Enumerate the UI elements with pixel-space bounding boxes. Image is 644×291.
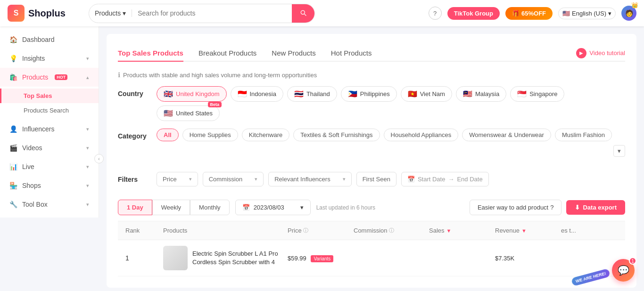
sidebar-item-top-sales[interactable]: Top Sales [0, 89, 99, 103]
products-icon: 🛍️ [9, 73, 17, 81]
period-btn-monthly[interactable]: Monthly [190, 200, 230, 215]
country-btn-th[interactable]: 🇹🇭 Thailand [287, 86, 337, 102]
price-value: $59.99 [288, 255, 306, 262]
live-icon: 📊 [9, 163, 17, 170]
col-revenue[interactable]: Revenue ▼ [495, 227, 561, 234]
first-seen-filter[interactable]: First Seen [356, 172, 396, 186]
sidebar-item-products-search[interactable]: Products Search [0, 103, 99, 118]
products-table: Rank Products Price ⓘ Commission ⓘ Sales… [118, 221, 625, 276]
chevron-down-icon: ▾ [123, 9, 126, 17]
period-btn-1day[interactable]: 1 Day [118, 200, 152, 215]
hot-badge: HOT [55, 74, 67, 80]
sidebar-item-insights[interactable]: 💡 Insights ▾ [0, 49, 99, 68]
help-icon[interactable]: ? [429, 7, 442, 20]
header-actions: ? TikTok Group 🎁 65%OFF 🇺🇸 English (US) … [429, 6, 636, 21]
logo[interactable]: S Shoplus [8, 5, 83, 22]
play-icon: ▶ [576, 48, 586, 58]
arrow-icon: → [448, 176, 454, 183]
cat-btn-textiles[interactable]: Textiles & Soft Furnishings [293, 129, 380, 141]
tab-top-sales[interactable]: Top Sales Products [118, 45, 183, 62]
user-avatar[interactable]: 👑 🧑 [621, 6, 636, 21]
sidebar-item-videos[interactable]: 🎬 Videos ▾ [0, 138, 99, 157]
search-category-label: Products [95, 9, 121, 17]
country-btn-id[interactable]: 🇮🇩 Indonesia [231, 86, 283, 102]
discount-icon: 🎁 [512, 10, 520, 17]
product-info: Electric Spin Scrubber L A1 Pro Cordless… [192, 250, 288, 267]
flag-id: 🇮🇩 [238, 89, 247, 98]
rank-cell: 1 [125, 254, 163, 262]
country-label-id: Indonesia [250, 90, 276, 97]
sidebar-item-live[interactable]: 📊 Live ▾ [0, 157, 99, 176]
chat-button[interactable]: 💬 1 [612, 259, 635, 282]
chevron-down-icon: ▾ [86, 56, 89, 62]
cat-btn-appliances[interactable]: Household Appliances [384, 129, 459, 141]
tiktok-group-button[interactable]: TikTok Group [447, 7, 500, 20]
video-tutorial-label: Video tutorial [589, 49, 625, 57]
sidebar-label-products: Products [22, 73, 48, 81]
cat-btn-home[interactable]: Home Supplies [182, 129, 238, 141]
category-label: Category [118, 129, 151, 140]
category-dropdown-btn[interactable]: ▾ [613, 145, 625, 157]
video-tutorial-link[interactable]: ▶ Video tutorial [576, 48, 625, 58]
price-filter[interactable]: Price ▾ [157, 172, 198, 186]
country-btn-my[interactable]: 🇲🇾 Malaysia [456, 86, 506, 102]
flag-vn: 🇻🇳 [408, 89, 417, 98]
country-btn-us-wrap: 🇺🇸 United States Beta [157, 105, 220, 121]
country-btn-us[interactable]: 🇺🇸 United States [157, 105, 220, 121]
country-btn-ph[interactable]: 🇵🇭 Philippines [341, 86, 397, 102]
data-export-button[interactable]: ⬇ Data export [566, 200, 625, 215]
table-row: 1 Electric Spin Scrubber L A1 Pro Cordle… [118, 240, 625, 276]
commission-filter[interactable]: Commission ▾ [203, 172, 264, 186]
chevron-up-icon: ▴ [86, 74, 89, 81]
country-btn-vn[interactable]: 🇻🇳 Viet Nam [401, 86, 452, 102]
sidebar-item-toolbox[interactable]: 🔧 Tool Box ▾ [0, 195, 99, 214]
period-btn-weekly[interactable]: Weekly [152, 200, 190, 215]
country-label-uk: United Kingdom [176, 90, 220, 97]
col-products: Products [163, 227, 288, 234]
sidebar-item-influencers[interactable]: 👤 Influencers ▾ [0, 120, 99, 138]
tab-hot[interactable]: Hot Products [331, 45, 372, 62]
country-btn-uk[interactable]: 🇬🇧 United Kingdom [157, 86, 227, 102]
cat-btn-womenswear[interactable]: Womenswear & Underwear [462, 129, 551, 141]
tab-new[interactable]: New Products [272, 45, 315, 62]
sidebar-label-dashboard: Dashboard [22, 36, 55, 43]
influencers-filter[interactable]: Relevant Influencers ▾ [268, 172, 352, 186]
sidebar-item-products[interactable]: 🛍️ Products HOT ▴ [0, 68, 99, 87]
sidebar-collapse-button[interactable]: ‹ [94, 154, 104, 163]
filters-row: Filters Price ▾ Commission ▾ Relevant In… [118, 172, 625, 192]
date-selector[interactable]: 📅 2023/08/03 ▾ [235, 200, 311, 215]
info-icon: ℹ [118, 71, 120, 79]
tab-breakout[interactable]: Breakout Products [198, 45, 256, 62]
col-commission: Commission ⓘ [354, 227, 429, 234]
search-button[interactable] [292, 4, 314, 23]
sidebar-label-insights: Insights [22, 55, 45, 62]
sidebar-item-shops[interactable]: 🏪 Shops ▾ [0, 176, 99, 195]
flag-sg: 🇸🇬 [517, 89, 527, 98]
chevron-down-icon: ▾ [189, 176, 192, 182]
sidebar-item-dashboard[interactable]: 🏠 Dashboard [0, 30, 99, 49]
discount-button[interactable]: 🎁 65%OFF [505, 7, 553, 20]
export-label: Data export [583, 204, 617, 211]
easier-add-button[interactable]: Easier way to add product ? [470, 200, 562, 215]
date-range-filter[interactable]: 📅 Start Date → End Date [401, 172, 489, 186]
logo-icon: S [8, 5, 25, 22]
country-grid: 🇬🇧 United Kingdom 🇮🇩 Indonesia 🇹🇭 Thaila… [157, 86, 625, 121]
search-input[interactable] [132, 6, 292, 21]
search-category-dropdown[interactable]: Products ▾ [89, 9, 132, 17]
col-est: es t... [561, 227, 618, 234]
sort-icon: ▼ [446, 228, 452, 234]
col-price: Price ⓘ [288, 227, 354, 234]
shops-icon: 🏪 [9, 182, 17, 189]
cat-btn-all[interactable]: All [157, 129, 179, 141]
country-label-th: Thailand [306, 90, 330, 97]
chevron-down-icon: ▾ [343, 176, 346, 182]
col-sales[interactable]: Sales ▼ [429, 227, 495, 234]
flag-th: 🇹🇭 [294, 89, 304, 98]
cat-btn-muslim[interactable]: Muslim Fashion [555, 129, 612, 141]
country-btn-sg[interactable]: 🇸🇬 Singapore [510, 86, 564, 102]
cat-btn-kitchen[interactable]: Kitchenware [242, 129, 290, 141]
language-selector[interactable]: 🇺🇸 English (US) ▾ [558, 8, 616, 19]
search-bar: Products ▾ [89, 4, 315, 23]
info-icon: ⓘ [303, 227, 308, 234]
chevron-down-icon: ▾ [86, 164, 89, 170]
